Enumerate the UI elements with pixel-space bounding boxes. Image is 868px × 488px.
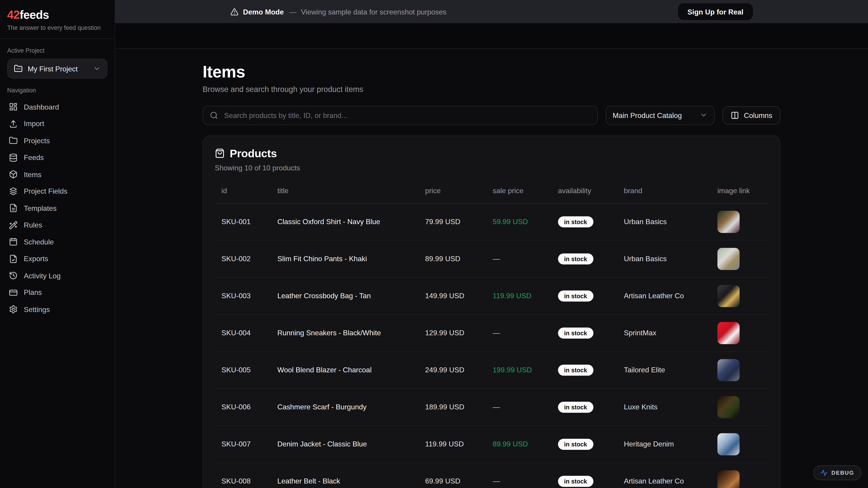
cell-id: SKU-003	[215, 277, 271, 314]
page-title: Items	[203, 63, 780, 80]
debug-button[interactable]: DEBUG	[813, 465, 861, 480]
cell-price: 189.99 USD	[418, 388, 486, 425]
calendar-icon	[9, 238, 18, 247]
logo-accent: 42	[7, 8, 20, 21]
search-icon	[210, 111, 218, 119]
sidebar-item-label: Projects	[24, 137, 50, 145]
feed-selector[interactable]: Main Product Catalog	[605, 105, 714, 125]
sidebar-item-items[interactable]: Items	[7, 166, 107, 183]
sidebar-divider	[0, 38, 115, 39]
sidebar-item-label: Items	[24, 170, 41, 179]
cell-price: 129.99 USD	[418, 314, 486, 351]
app-tagline: The answer to every feed question	[7, 24, 107, 31]
cell-image-link	[711, 203, 768, 240]
product-image-thumbnail-quilted-crossbody-bag	[717, 285, 740, 307]
layout-dashboard-icon	[9, 103, 18, 111]
cell-price: 149.99 USD	[418, 277, 486, 314]
sidebar-item-label: Project Fields	[24, 187, 67, 196]
product-image-thumbnail-dark-scarf-still	[717, 396, 740, 418]
content-area: Items Browse and search through your pro…	[115, 49, 868, 488]
search-input[interactable]	[223, 110, 590, 120]
cell-title: Leather Belt - Black	[271, 462, 418, 488]
cell-image-link	[711, 425, 768, 462]
cell-brand: Artisan Leather Co	[617, 277, 711, 314]
columns-button-label: Columns	[744, 111, 772, 119]
cell-title: Leather Crossbody Bag - Tan	[271, 277, 418, 314]
products-count-subtitle: Showing 10 of 10 products	[215, 164, 768, 172]
cell-price: 69.99 USD	[418, 462, 486, 488]
sidebar-item-settings[interactable]: Settings	[7, 301, 107, 318]
table-row: SKU-004Running Sneakers - Black/White129…	[215, 314, 768, 351]
cell-title: Cashmere Scarf - Burgundy	[271, 388, 418, 425]
product-image-thumbnail-khaki-chino-pants	[717, 248, 740, 270]
sidebar-navigation: DashboardImportProjectsFeedsItemsProject…	[7, 98, 107, 318]
banner-title: Demo Mode	[243, 7, 284, 16]
sidebar-item-templates[interactable]: Templates	[7, 200, 107, 217]
cell-availability: in stock	[551, 277, 617, 314]
cell-sale-price: 119.99 USD	[486, 277, 551, 314]
cell-brand: Urban Basics	[617, 203, 711, 240]
column-header-title: title	[271, 180, 418, 203]
sidebar-item-label: Rules	[24, 221, 42, 229]
table-row: SKU-002Slim Fit Chino Pants - Khaki89.99…	[215, 240, 768, 277]
sidebar-item-feeds[interactable]: Feeds	[7, 149, 107, 166]
sidebar-item-plans[interactable]: Plans	[7, 284, 107, 301]
cell-availability: in stock	[551, 203, 617, 240]
chevron-down-icon	[93, 65, 101, 72]
wand-icon	[9, 221, 18, 230]
cell-title: Classic Oxford Shirt - Navy Blue	[271, 203, 418, 240]
column-header-sale-price: sale price	[486, 180, 551, 203]
table-row: SKU-005Wool Blend Blazer - Charcoal249.9…	[215, 351, 768, 388]
debug-button-label: DEBUG	[831, 470, 854, 476]
cell-id: SKU-007	[215, 425, 271, 462]
main-area: Demo Mode — Viewing sample data for scre…	[115, 0, 868, 488]
history-icon	[9, 271, 18, 280]
sidebar-item-schedule[interactable]: Schedule	[7, 234, 107, 251]
project-selector-label: My First Project	[28, 65, 78, 73]
table-row: SKU-003Leather Crossbody Bag - Tan149.99…	[215, 277, 768, 314]
column-header-image-link: image link	[711, 180, 768, 203]
sidebar-item-activity-log[interactable]: Activity Log	[7, 267, 107, 284]
settings-icon	[9, 305, 18, 314]
sidebar-item-projects[interactable]: Projects	[7, 132, 107, 149]
cell-id: SKU-002	[215, 240, 271, 277]
cell-brand: Luxe Knits	[617, 388, 711, 425]
sidebar-item-dashboard[interactable]: Dashboard	[7, 98, 107, 116]
sidebar-item-label: Settings	[24, 305, 50, 314]
cell-brand: Tailored Elite	[617, 351, 711, 388]
sign-up-button[interactable]: Sign Up for Real	[678, 3, 753, 20]
cell-price: 249.99 USD	[418, 351, 486, 388]
column-header-id: id	[215, 180, 271, 203]
cell-image-link	[711, 277, 768, 314]
product-image-thumbnail-navy-blazer-model	[717, 359, 740, 381]
sidebar-item-label: Dashboard	[24, 103, 59, 111]
cell-image-link	[711, 351, 768, 388]
file-text-icon	[9, 204, 18, 213]
folder-icon	[14, 64, 23, 73]
project-selector[interactable]: My First Project	[7, 59, 107, 78]
sidebar-item-label: Schedule	[24, 238, 54, 246]
sidebar-item-rules[interactable]: Rules	[7, 217, 107, 234]
availability-badge: in stock	[558, 438, 593, 450]
chevron-down-icon	[700, 111, 707, 119]
table-header-row: idtitlepricesale priceavailabilitybrandi…	[215, 180, 768, 203]
logo-rest: feeds	[20, 8, 49, 21]
product-image-thumbnail-red-running-sneaker	[717, 322, 740, 344]
cell-title: Running Sneakers - Black/White	[271, 314, 418, 351]
columns-button[interactable]: Columns	[722, 106, 780, 124]
sidebar-item-project-fields[interactable]: Project Fields	[7, 183, 107, 200]
sidebar-item-exports[interactable]: Exports	[7, 251, 107, 267]
sidebar-item-import[interactable]: Import	[7, 116, 107, 132]
demo-mode-banner: Demo Mode — Viewing sample data for scre…	[115, 0, 868, 23]
cell-title: Slim Fit Chino Pants - Khaki	[271, 240, 418, 277]
header-band	[115, 23, 868, 49]
app-logo: 42feeds	[7, 8, 107, 22]
cell-image-link	[711, 240, 768, 277]
sidebar-item-label: Feeds	[24, 153, 44, 162]
cell-id: SKU-004	[215, 314, 271, 351]
cell-availability: in stock	[551, 425, 617, 462]
cell-sale-price: 59.99 USD	[486, 203, 551, 240]
sidebar: 42feeds The answer to every feed questio…	[0, 0, 115, 488]
column-header-availability: availability	[551, 180, 617, 203]
cell-availability: in stock	[551, 314, 617, 351]
